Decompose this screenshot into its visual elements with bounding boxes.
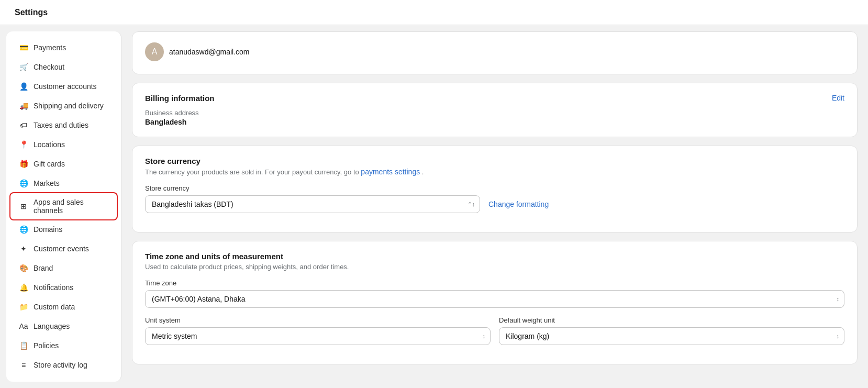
policies-icon: 📋 <box>19 341 28 350</box>
apps-icon: ⊞ <box>19 202 28 211</box>
store-currency-label: Store currency <box>145 184 844 192</box>
sidebar-label-customer-accounts: Customer accounts <box>34 82 97 91</box>
content-area: A atanudaswd@gmail.com Billing informati… <box>121 25 868 388</box>
sidebar-item-customer-events[interactable]: ✦Customer events <box>10 239 117 258</box>
sidebar-item-customer-accounts[interactable]: 👤Customer accounts <box>10 77 117 96</box>
sidebar-label-locations: Locations <box>34 140 65 149</box>
sidebar-item-apps[interactable]: ⊞Apps and sales channels <box>10 193 117 219</box>
sidebar-item-checkout[interactable]: 🛒Checkout <box>10 58 117 76</box>
sidebar-label-languages: Languages <box>34 322 70 330</box>
sidebar-label-taxes: Taxes and duties <box>34 121 88 129</box>
sidebar-label-brand: Brand <box>34 264 53 272</box>
sidebar-label-apps: Apps and sales channels <box>34 198 108 215</box>
locations-icon: 📍 <box>19 140 28 149</box>
sidebar-item-payments[interactable]: 💳Payments <box>10 38 117 57</box>
weight-unit-select-wrapper: Kilogram (kg)Gram (g)Pound (lb)Ounce (oz… <box>499 327 844 345</box>
sidebar-item-markets[interactable]: 🌐Markets <box>10 174 117 193</box>
custom-data-icon: 📁 <box>19 302 28 312</box>
avatar: A <box>145 42 164 61</box>
timezone-title: Time zone and units of measurement <box>145 252 844 261</box>
unit-system-select-wrapper: Metric systemImperial system ↕ <box>145 327 491 345</box>
payments-settings-link[interactable]: payments settings <box>361 168 420 176</box>
payments-icon: 💳 <box>19 43 28 52</box>
timezone-select-wrapper: (GMT+06:00) Astana, Dhaka(GMT+00:00) UTC… <box>145 290 844 308</box>
store-currency-select-wrapper: Bangladeshi takas (BDT)US dollars (USD)E… <box>145 195 480 213</box>
timezone-select[interactable]: (GMT+06:00) Astana, Dhaka(GMT+00:00) UTC… <box>145 290 844 308</box>
timezone-card: Time zone and units of measurement Used … <box>132 241 858 364</box>
sidebar: 💳Payments🛒Checkout👤Customer accounts🚚Shi… <box>6 31 121 382</box>
change-formatting-link[interactable]: Change formatting <box>488 200 549 208</box>
sidebar-label-gift-cards: Gift cards <box>34 160 65 168</box>
timezone-label: Time zone <box>145 279 844 287</box>
store-currency-card: Store currency The currency your product… <box>132 146 858 232</box>
unit-system-select[interactable]: Metric systemImperial system <box>145 327 491 345</box>
sidebar-item-locations[interactable]: 📍Locations <box>10 135 117 154</box>
domains-icon: 🌐 <box>19 225 28 234</box>
top-bar: Settings <box>0 0 868 25</box>
business-address-value: Bangladesh <box>145 118 844 126</box>
sidebar-item-store-activity-log[interactable]: ≡Store activity log <box>10 356 117 374</box>
business-address-label: Business address <box>145 109 844 117</box>
sidebar-label-policies: Policies <box>34 341 59 350</box>
email-card: A atanudaswd@gmail.com <box>132 31 858 74</box>
default-weight-label: Default weight unit <box>499 316 844 324</box>
email-text: atanudaswd@gmail.com <box>169 48 250 56</box>
checkout-icon: 🛒 <box>19 62 28 72</box>
sidebar-item-taxes[interactable]: 🏷Taxes and duties <box>10 116 117 135</box>
sidebar-item-custom-data[interactable]: 📁Custom data <box>10 297 117 316</box>
shipping-icon: 🚚 <box>19 101 28 110</box>
store-currency-title: Store currency <box>145 157 844 165</box>
sidebar-item-domains[interactable]: 🌐Domains <box>10 220 117 239</box>
customer-events-icon: ✦ <box>19 244 28 253</box>
sidebar-item-shipping[interactable]: 🚚Shipping and delivery <box>10 96 117 115</box>
store-currency-desc: The currency your products are sold in. … <box>145 168 844 176</box>
markets-icon: 🌐 <box>19 179 28 188</box>
sidebar-label-markets: Markets <box>34 179 60 187</box>
billing-title: Billing information <box>145 94 215 103</box>
sidebar-label-shipping: Shipping and delivery <box>34 102 104 110</box>
sidebar-label-custom-data: Custom data <box>34 303 75 311</box>
settings-title: Settings <box>10 8 48 17</box>
sidebar-label-checkout: Checkout <box>34 63 64 71</box>
billing-card: Billing information Edit Business addres… <box>132 83 858 137</box>
settings-label: Settings <box>15 8 48 17</box>
timezone-desc: Used to calculate product prices, shippi… <box>145 263 844 271</box>
sidebar-label-customer-events: Customer events <box>34 245 89 253</box>
brand-icon: 🎨 <box>19 263 28 273</box>
store-currency-select[interactable]: Bangladeshi takas (BDT)US dollars (USD)E… <box>145 195 480 213</box>
sidebar-item-gift-cards[interactable]: 🎁Gift cards <box>10 154 117 173</box>
store-currency-desc-end: . <box>422 168 424 176</box>
weight-unit-select[interactable]: Kilogram (kg)Gram (g)Pound (lb)Ounce (oz… <box>499 327 844 345</box>
sidebar-label-domains: Domains <box>34 225 62 234</box>
gift-cards-icon: 🎁 <box>19 159 28 169</box>
sidebar-label-payments: Payments <box>34 43 66 52</box>
store-currency-desc-text: The currency your products are sold in. … <box>145 168 359 176</box>
customer-accounts-icon: 👤 <box>19 82 28 91</box>
sidebar-label-store-activity-log: Store activity log <box>34 361 87 369</box>
unit-system-label: Unit system <box>145 316 491 324</box>
store-activity-log-icon: ≡ <box>19 360 28 370</box>
billing-edit-link[interactable]: Edit <box>832 94 844 102</box>
notifications-icon: 🔔 <box>19 283 28 292</box>
languages-icon: Aa <box>19 322 28 331</box>
sidebar-item-brand[interactable]: 🎨Brand <box>10 259 117 278</box>
sidebar-item-policies[interactable]: 📋Policies <box>10 336 117 355</box>
sidebar-item-notifications[interactable]: 🔔Notifications <box>10 278 117 297</box>
sidebar-item-languages[interactable]: AaLanguages <box>10 317 117 336</box>
taxes-icon: 🏷 <box>19 120 28 130</box>
sidebar-label-notifications: Notifications <box>34 283 73 292</box>
